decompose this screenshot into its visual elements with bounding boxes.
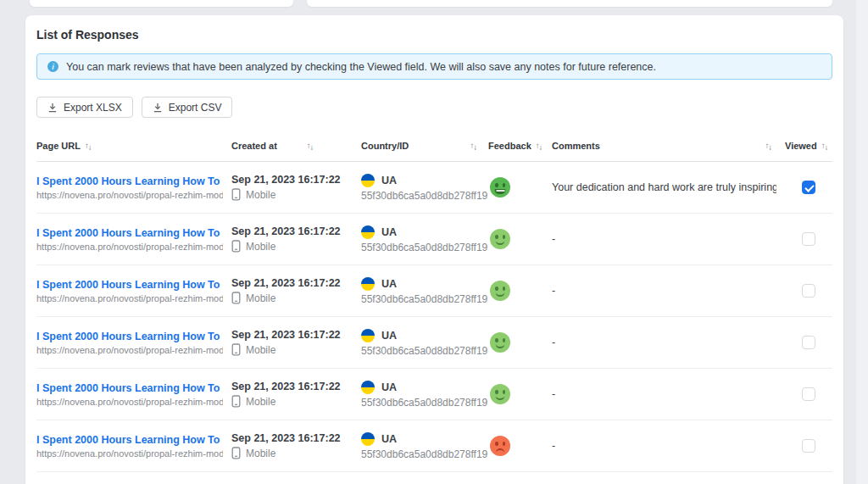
mobile-phone-icon [231,188,241,201]
export-csv-label: Export CSV [169,102,222,114]
comment-text: Your dedication and hard work are truly … [552,181,776,193]
viewed-checkbox[interactable] [802,387,815,401]
visitor-id-text: 55f30db6ca5a0d8db278ff195… [361,293,488,305]
comments-cell: - [552,285,785,297]
page-url-cell: I Spent 2000 Hours Learning How To Learn… [36,382,231,407]
table-row: I Spent 2000 Hours Learning How To Learn… [36,162,832,214]
country-row: UA [361,432,480,446]
country-id-cell: UA 55f30db6ca5a0d8db278ff195… [361,432,488,460]
header-comments: Comments ↑↓ [552,141,785,151]
visitor-id-row: 55f30db6ca5a0d8db278ff195… [361,242,480,253]
page-link[interactable]: I Spent 2000 Hours Learning How To Learn… [36,434,223,446]
feedback-smile-icon [490,332,510,353]
export-csv-button[interactable]: Export CSV [142,97,233,118]
sort-icon[interactable]: ↑↓ [85,142,92,150]
mobile-phone-icon [231,395,241,408]
mobile-phone-icon [231,292,241,304]
page-url-cell: I Spent 2000 Hours Learning How To Learn… [36,279,231,303]
device-row: Mobile [231,395,353,408]
info-icon: i [47,61,58,72]
mobile-phone-icon [231,240,241,253]
feedback-cell [488,281,552,301]
viewed-checkbox[interactable] [802,181,815,194]
page-url-cell: I Spent 2000 Hours Learning How To Learn… [36,434,231,459]
responses-table: Page URL ↑↓ Created at ↑↓ Country/ID ↑↓ … [36,130,832,472]
comment-text: - [552,285,776,297]
download-icon [47,103,58,113]
country-id-cell: UA 55f30db6ca5a0d8db278ff195… [361,225,488,253]
created-at-cell: Sep 21, 2023 16:17:22 Mobile [231,432,361,459]
page-link[interactable]: I Spent 2000 Hours Learning How To Learn… [36,175,223,187]
ukraine-flag-icon [361,381,375,394]
header-page-url: Page URL ↑↓ [36,141,231,151]
mobile-phone-icon [231,343,241,356]
country-row: UA [361,329,480,342]
country-row: UA [361,225,480,239]
viewed-checkbox[interactable] [802,336,815,349]
created-at-text: Sep 21, 2023 16:17:22 [231,329,353,341]
viewed-cell [785,439,832,453]
table-row: I Spent 2000 Hours Learning How To Learn… [36,317,832,369]
visitor-id-row: 55f30db6ca5a0d8db278ff195… [361,448,480,460]
info-banner: i You can mark reviews that have been an… [36,53,832,80]
header-created-at: Created at ↑↓ [231,141,361,151]
responses-panel: List of Responses i You can mark reviews… [25,15,843,484]
sort-icon[interactable]: ↑↓ [765,142,772,150]
page-link[interactable]: I Spent 2000 Hours Learning How To Learn… [36,331,223,342]
created-at-cell: Sep 21, 2023 16:17:22 Mobile [231,277,361,304]
page-link[interactable]: I Spent 2000 Hours Learning How To Learn… [36,227,223,239]
country-code: UA [381,433,397,445]
visitor-id-row: 55f30db6ca5a0d8db278ff195… [361,345,480,357]
page-link[interactable]: I Spent 2000 Hours Learning How To Learn… [36,382,223,394]
table-row: I Spent 2000 Hours Learning How To Learn… [36,214,832,265]
sort-icon[interactable]: ↑↓ [470,142,477,150]
viewed-checkbox[interactable] [802,284,815,298]
visitor-id-text: 55f30db6ca5a0d8db278ff195… [361,448,488,460]
visitor-id-text: 55f30db6ca5a0d8db278ff195… [361,190,488,202]
page-link[interactable]: I Spent 2000 Hours Learning How To Learn… [36,279,223,291]
export-xlsx-label: Export XLSX [64,102,122,114]
country-code: UA [381,381,397,393]
feedback-cell [488,384,552,404]
ukraine-flag-icon [361,174,375,187]
download-icon [153,103,163,113]
table-row: I Spent 2000 Hours Learning How To Learn… [36,265,832,317]
scrollbar-track[interactable] [856,0,868,484]
comments-cell: - [552,337,785,348]
comments-cell: - [552,440,785,452]
info-banner-text: You can mark reviews that have been anal… [66,61,656,73]
page-url-text: https://novena.pro/novosti/propal-rezhim… [36,190,223,200]
export-actions: Export XLSX Export CSV [36,97,832,118]
created-at-cell: Sep 21, 2023 16:17:22 Mobile [231,174,361,201]
created-at-text: Sep 21, 2023 16:17:22 [231,432,353,444]
created-at-text: Sep 21, 2023 16:17:22 [231,381,353,392]
device-row: Mobile [231,188,353,201]
created-at-text: Sep 21, 2023 16:17:22 [231,277,353,289]
table-body: I Spent 2000 Hours Learning How To Learn… [36,162,832,472]
device-label: Mobile [246,448,275,459]
visitor-id-text: 55f30db6ca5a0d8db278ff195… [361,242,488,253]
viewed-checkbox[interactable] [802,232,815,246]
feedback-smile-icon [490,384,510,404]
feedback-grin-icon [490,177,510,197]
visitor-id-text: 55f30db6ca5a0d8db278ff195… [361,397,488,409]
visitor-id-text: 55f30db6ca5a0d8db278ff195… [361,345,488,357]
sort-icon[interactable]: ↑↓ [307,142,314,150]
country-id-cell: UA 55f30db6ca5a0d8db278ff195… [361,277,488,305]
viewed-cell [785,387,832,401]
device-row: Mobile [231,343,353,356]
sort-icon[interactable]: ↑↓ [536,142,542,150]
country-code: UA [381,175,397,186]
created-at-text: Sep 21, 2023 16:17:22 [231,225,353,237]
ukraine-flag-icon [361,277,375,291]
viewed-cell [785,336,832,349]
page-url-text: https://novena.pro/novosti/propal-rezhim… [36,345,223,355]
export-xlsx-button[interactable]: Export XLSX [36,97,133,118]
mobile-phone-icon [231,447,241,459]
comments-cell: Your dedication and hard work are truly … [552,181,785,193]
table-row: I Spent 2000 Hours Learning How To Learn… [36,369,832,420]
feedback-smile-icon [490,281,510,301]
country-row: UA [361,381,480,394]
viewed-checkbox[interactable] [802,439,815,453]
sort-icon[interactable]: ↑↓ [821,142,828,150]
